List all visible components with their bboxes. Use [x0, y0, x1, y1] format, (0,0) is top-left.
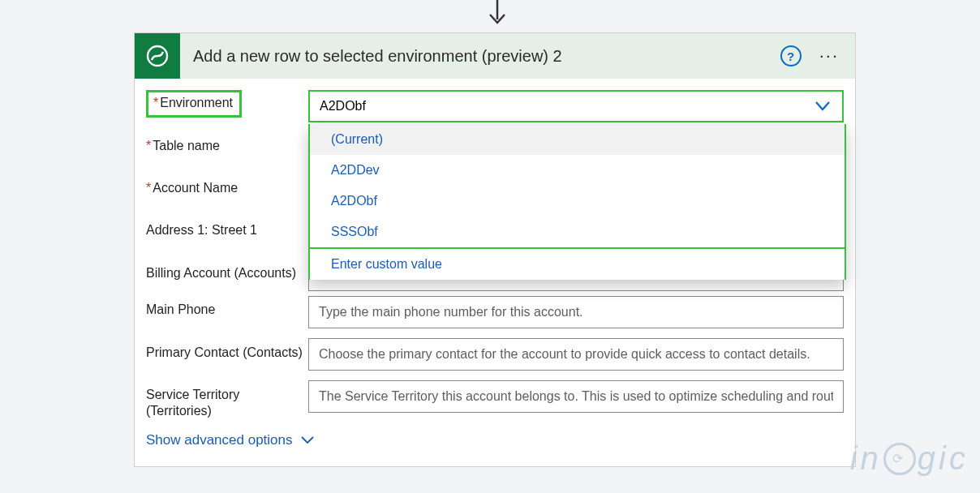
dropdown-enter-custom-value[interactable]: Enter custom value	[310, 249, 845, 280]
environment-label: Environment	[160, 96, 233, 109]
required-asterisk: *	[146, 139, 151, 152]
action-card: Add a new row to selected environment (p…	[134, 32, 856, 467]
connector-arrow-down-icon	[485, 0, 509, 29]
billing-account-label: Billing Account (Accounts)	[146, 266, 296, 280]
dropdown-option-current[interactable]: (Current)	[310, 124, 845, 155]
dropdown-option-a2ddev[interactable]: A2DDev	[310, 155, 845, 186]
more-menu-icon[interactable]: ···	[819, 45, 839, 66]
required-asterisk: *	[153, 96, 158, 109]
show-advanced-options-link[interactable]: Show advanced options	[146, 432, 844, 448]
environment-dropdown-list: (Current) A2DDev A2DObf SSSObf Enter cus…	[308, 124, 846, 280]
action-title: Add a new row to selected environment (p…	[180, 47, 780, 66]
environment-input[interactable]	[310, 92, 842, 121]
environment-label-highlight: *Environment	[146, 90, 242, 118]
primary-contact-label: Primary Contact (Contacts)	[146, 345, 303, 359]
action-header[interactable]: Add a new row to selected environment (p…	[135, 33, 855, 79]
table-name-label: Table name	[153, 139, 220, 152]
watermark: in ⟳ gic	[850, 440, 969, 477]
dropdown-option-sssobf[interactable]: SSSObf	[310, 216, 845, 247]
required-asterisk: *	[146, 181, 151, 195]
main-phone-label: Main Phone	[146, 302, 215, 316]
address1-street1-label: Address 1: Street 1	[146, 223, 257, 237]
service-territory-label: Service Territory (Territories)	[146, 388, 239, 418]
watermark-prefix: in	[850, 440, 882, 477]
help-icon[interactable]: ?	[780, 45, 802, 66]
service-territory-input[interactable]	[308, 380, 844, 413]
main-phone-input[interactable]	[308, 296, 844, 328]
dataverse-swirl-icon	[145, 44, 170, 68]
dropdown-option-a2dobf[interactable]: A2DObf	[310, 186, 845, 216]
dataverse-icon	[135, 33, 180, 79]
chevron-down-icon	[301, 436, 314, 444]
environment-dropdown[interactable]	[308, 90, 844, 122]
watermark-suffix: gic	[918, 440, 969, 477]
watermark-logo-icon: ⟳	[883, 443, 916, 475]
show-advanced-options-label: Show advanced options	[146, 432, 293, 448]
primary-contact-input[interactable]	[308, 338, 844, 371]
account-name-label: Account Name	[153, 181, 238, 195]
